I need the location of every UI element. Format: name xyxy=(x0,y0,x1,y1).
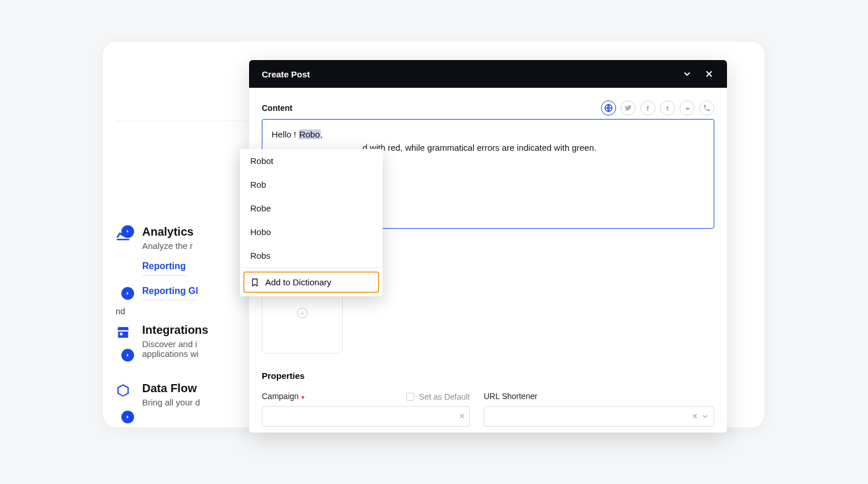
collapse-icon[interactable] xyxy=(682,69,692,79)
url-shortener-select[interactable]: × xyxy=(484,406,714,427)
spellcheck-popup: Robot Rob Robe Hobo Robs Add to Dictiona… xyxy=(240,149,383,296)
spell-suggestion[interactable]: Rob xyxy=(240,173,383,196)
spell-suggestion[interactable]: Robe xyxy=(240,196,383,220)
bg-link-reporting[interactable]: Reporting xyxy=(142,261,186,275)
content-label: Content xyxy=(262,103,292,113)
chart-icon xyxy=(116,226,131,241)
set-default-checkbox[interactable]: Set as Default xyxy=(406,392,470,401)
clear-icon[interactable]: × xyxy=(459,411,465,422)
bookmark-icon xyxy=(250,278,259,287)
channel-flickr-icon[interactable]: •• xyxy=(680,100,695,116)
channel-icons: f t •• xyxy=(601,100,714,116)
store-icon xyxy=(116,325,131,340)
close-icon[interactable] xyxy=(704,69,714,79)
cube-icon xyxy=(116,383,131,398)
set-default-label: Set as Default xyxy=(419,392,470,401)
clear-icon[interactable]: × xyxy=(692,411,698,422)
spellcheck-highlight[interactable]: Robo xyxy=(299,129,321,139)
chevron-down-icon xyxy=(701,412,709,420)
text-line2: d with red, while grammatical errors are… xyxy=(363,143,596,152)
channel-viber-icon[interactable] xyxy=(699,100,714,116)
properties-label: Properties xyxy=(262,371,714,381)
add-to-dictionary[interactable]: Add to Dictionary xyxy=(243,271,379,293)
url-shortener-label: URL Shortener xyxy=(484,392,537,401)
spell-suggestion[interactable]: Robs xyxy=(240,244,383,267)
add-to-dictionary-label: Add to Dictionary xyxy=(265,277,331,287)
checkbox-icon xyxy=(406,393,414,401)
plus-icon: + xyxy=(297,308,307,318)
channel-twitter-icon[interactable] xyxy=(621,100,636,116)
bg-white-bar xyxy=(116,87,246,121)
channel-tumblr-icon[interactable]: t xyxy=(660,100,675,116)
bg-link-reporting-gl[interactable]: Reporting Gl xyxy=(142,286,198,300)
text-suffix: , xyxy=(321,129,323,139)
modal-header: Create Post xyxy=(249,60,727,88)
spell-suggestion[interactable]: Hobo xyxy=(240,220,383,244)
channel-facebook-icon[interactable]: f xyxy=(640,100,655,116)
modal-title: Create Post xyxy=(262,69,310,79)
text-prefix: Hello ! xyxy=(272,129,299,139)
channel-globe-icon[interactable] xyxy=(601,100,616,116)
campaign-label: Campaign● xyxy=(262,392,305,401)
spell-suggestion[interactable]: Robot xyxy=(240,149,383,173)
campaign-select[interactable]: × xyxy=(262,406,470,427)
